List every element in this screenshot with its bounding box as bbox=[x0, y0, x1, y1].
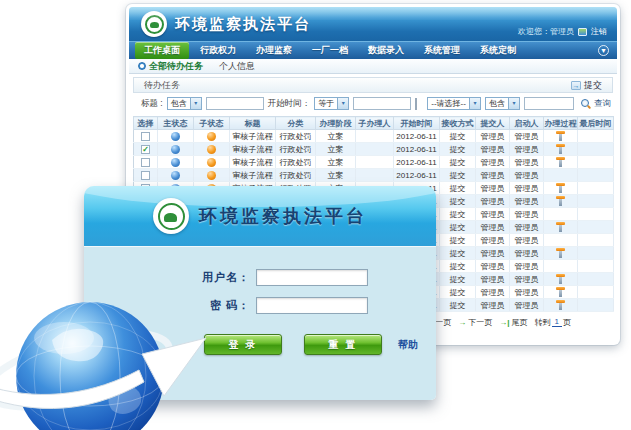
menu-item[interactable]: 系统定制 bbox=[471, 42, 525, 59]
collapse-icon[interactable]: ▼ bbox=[598, 45, 609, 56]
starter-cell: 管理员 bbox=[510, 130, 544, 143]
table-row[interactable]: 审核子流程行政处罚立案2012-06-11提交管理员管理员 bbox=[134, 130, 614, 143]
menu-item[interactable]: 一厂一档 bbox=[303, 42, 357, 59]
sub-status-cell bbox=[194, 156, 230, 169]
menu-item[interactable]: 数据录入 bbox=[359, 42, 413, 59]
process-icon[interactable] bbox=[556, 287, 565, 297]
receive-cell: 提交 bbox=[440, 208, 476, 221]
sub-handler-cell bbox=[356, 169, 394, 182]
submitter-cell: 管理员 bbox=[476, 143, 510, 156]
subtab[interactable]: 全部待办任务 bbox=[138, 60, 203, 73]
last-time-cell bbox=[578, 208, 614, 221]
starter-cell: 管理员 bbox=[510, 286, 544, 299]
starter-cell: 管理员 bbox=[510, 273, 544, 286]
last-icon: →| bbox=[499, 318, 509, 327]
subtab-label: 全部待办任务 bbox=[149, 60, 203, 73]
search-label: 查询 bbox=[594, 98, 611, 110]
starter-cell: 管理员 bbox=[510, 208, 544, 221]
process-cell bbox=[544, 260, 578, 273]
process-cell bbox=[544, 286, 578, 299]
last-time-cell bbox=[578, 130, 614, 143]
process-icon[interactable] bbox=[556, 274, 565, 284]
select-cell: ✓ bbox=[134, 143, 158, 156]
select-cell bbox=[134, 169, 158, 182]
receive-cell: 提交 bbox=[440, 182, 476, 195]
username-label: 用户名： bbox=[202, 270, 250, 285]
start-time-label: 开始时间： bbox=[268, 98, 311, 110]
column-header: 办理阶段 bbox=[316, 117, 356, 130]
menu-item[interactable]: 工作桌面 bbox=[135, 42, 189, 59]
subtab[interactable]: 个人信息 bbox=[219, 60, 255, 73]
login-buttons: 登 录 重 置 帮助 bbox=[204, 334, 418, 355]
process-cell bbox=[544, 130, 578, 143]
search-button[interactable]: 查询 bbox=[581, 98, 611, 110]
main-header: 环境监察执法平台 欢迎您：管理员 注销 bbox=[129, 7, 617, 41]
menu-items: 工作桌面行政权力办理监察一厂一档数据录入系统管理系统定制 bbox=[135, 42, 527, 59]
password-input[interactable] bbox=[256, 297, 368, 314]
starter-cell: 管理员 bbox=[510, 234, 544, 247]
row-checkbox[interactable]: ✓ bbox=[141, 145, 150, 154]
receive-cell: 提交 bbox=[440, 260, 476, 273]
category-select[interactable]: --请选择-- ▾ bbox=[427, 97, 481, 110]
login-title: 环境监察执法平台 bbox=[199, 204, 367, 228]
last-time-cell bbox=[578, 195, 614, 208]
menu-item[interactable]: 行政权力 bbox=[191, 42, 245, 59]
start-op-select[interactable]: 等于 ▾ bbox=[314, 97, 349, 110]
process-icon[interactable] bbox=[556, 157, 565, 167]
submit-link[interactable]: → 提交 bbox=[571, 79, 602, 92]
pagination-next[interactable]: →下一页 bbox=[458, 317, 492, 328]
row-checkbox[interactable] bbox=[141, 132, 150, 141]
last-time-cell bbox=[578, 273, 614, 286]
title-cell: 审核子流程 bbox=[230, 156, 276, 169]
process-cell bbox=[544, 182, 578, 195]
process-icon[interactable] bbox=[556, 131, 565, 141]
process-cell bbox=[544, 156, 578, 169]
menu-item[interactable]: 系统管理 bbox=[415, 42, 469, 59]
main-status-cell bbox=[158, 156, 194, 169]
process-icon[interactable] bbox=[556, 196, 565, 206]
globe-graphic bbox=[0, 288, 224, 430]
subtab-bar: 全部待办任务个人信息 bbox=[129, 59, 617, 74]
process-icon[interactable] bbox=[556, 222, 565, 232]
process-icon[interactable] bbox=[556, 144, 565, 154]
sub-status-icon bbox=[207, 158, 216, 167]
start-time-input[interactable] bbox=[353, 97, 411, 110]
table-row[interactable]: 审核子流程行政处罚立案2012-06-11提交管理员管理员 bbox=[134, 156, 614, 169]
stage-cell: 立案 bbox=[316, 143, 356, 156]
process-icon[interactable] bbox=[556, 300, 565, 310]
submitter-cell: 管理员 bbox=[476, 208, 510, 221]
reset-button[interactable]: 重 置 bbox=[304, 334, 382, 355]
title-op-select[interactable]: 包含 ▾ bbox=[167, 97, 202, 110]
platform-logo-icon bbox=[141, 11, 167, 37]
page-title: 环境监察执法平台 bbox=[175, 15, 311, 34]
username-input[interactable] bbox=[256, 269, 368, 286]
pagination-last[interactable]: →|尾页 bbox=[499, 317, 527, 328]
goto-page-number[interactable]: 1 bbox=[552, 317, 562, 327]
sub-status-icon bbox=[207, 145, 216, 154]
receive-cell: 提交 bbox=[440, 234, 476, 247]
logout-link[interactable]: 注销 bbox=[591, 26, 607, 37]
row-checkbox[interactable] bbox=[141, 171, 150, 180]
submitter-cell: 管理员 bbox=[476, 286, 510, 299]
calendar-icon[interactable] bbox=[415, 98, 417, 110]
keyword-op-select[interactable]: 包含 ▾ bbox=[485, 97, 520, 110]
help-link[interactable]: 帮助 bbox=[398, 338, 418, 352]
process-icon[interactable] bbox=[556, 248, 565, 258]
row-checkbox[interactable] bbox=[141, 158, 150, 167]
table-row[interactable]: ✓审核子流程行政处罚立案2012-06-11提交管理员管理员 bbox=[134, 143, 614, 156]
table-row[interactable]: 审核子流程行政处罚立案2012-06-11提交管理员管理员 bbox=[134, 169, 614, 182]
last-time-cell bbox=[578, 169, 614, 182]
title-filter-input[interactable] bbox=[206, 97, 264, 110]
keyword-input[interactable] bbox=[524, 97, 574, 110]
logo-ring bbox=[145, 15, 164, 34]
column-header: 最后时间 bbox=[578, 117, 614, 130]
user-area: 欢迎您：管理员 注销 bbox=[518, 26, 607, 37]
menu-item[interactable]: 办理监察 bbox=[247, 42, 301, 59]
receive-cell: 提交 bbox=[440, 156, 476, 169]
page-root: 环境监察执法平台 欢迎您：管理员 注销 工作桌面行政权力办理监察一厂一档数据录入… bbox=[0, 0, 631, 430]
column-header: 子状态 bbox=[194, 117, 230, 130]
process-icon[interactable] bbox=[556, 183, 565, 193]
password-row: 密 码： bbox=[202, 297, 368, 314]
welcome-text: 欢迎您：管理员 bbox=[518, 26, 574, 37]
receive-cell: 提交 bbox=[440, 299, 476, 312]
